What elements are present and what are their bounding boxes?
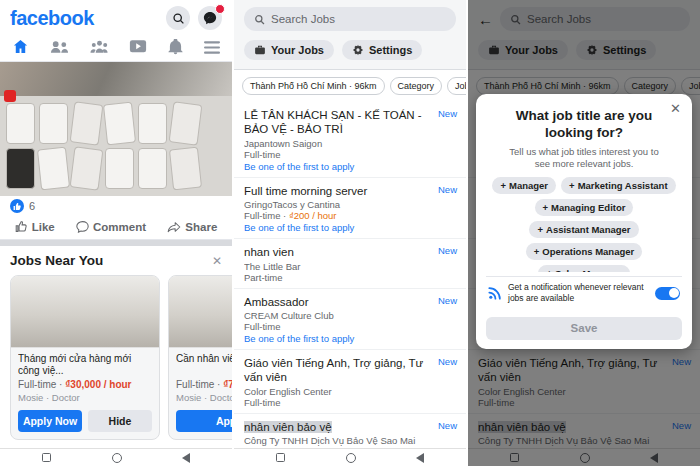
settings-button[interactable]: Settings <box>342 40 422 60</box>
job-card-company: Mosie · Doctor <box>176 392 232 403</box>
modal-subtitle: Tell us what job titles interest you to … <box>486 142 682 171</box>
messenger-button[interactable] <box>198 6 222 30</box>
jobs-near-you-section: Jobs Near You ✕ Tháng mới cửa hàng mới c… <box>0 246 232 466</box>
job-title-chip-label: Operations Manager <box>542 246 634 257</box>
search-jobs-input[interactable]: Search Jobs <box>244 7 456 31</box>
like-label: Like <box>32 221 55 233</box>
job-meta: Full-time <box>244 321 432 332</box>
tab-menu[interactable] <box>204 40 220 58</box>
friends-icon <box>50 39 69 55</box>
job-card[interactable]: Cần nhân viên b... Full-time · ₫7,000,0.… <box>168 275 232 440</box>
job-title-chip[interactable]: +Managing Editor <box>535 199 634 216</box>
tab-watch[interactable] <box>129 39 147 58</box>
filter-chip[interactable]: Job Type <box>447 77 466 95</box>
back-button[interactable] <box>182 453 190 463</box>
suggested-job-titles: +Manager +Marketing Assistant +Managing … <box>486 177 682 272</box>
job-title: Giáo viên Tiếng Anh, Trợ giảng, Tư vấn v… <box>244 356 432 385</box>
phone-photo <box>6 148 35 189</box>
phone-photo <box>138 148 167 189</box>
job-title-chip[interactable]: +Manager <box>492 177 556 194</box>
jobs-search-screen: Search Jobs Your Jobs Settings Thành Phố… <box>234 0 466 466</box>
red-sticker <box>4 90 16 102</box>
post-photo-collage[interactable] <box>0 96 232 196</box>
filter-chip[interactable]: Category <box>390 77 443 95</box>
job-company: CREAM Culture Club <box>244 310 432 321</box>
save-button[interactable]: Save <box>486 317 682 340</box>
job-card-company: Mosie · Doctor <box>18 392 152 403</box>
android-navbar <box>234 448 466 466</box>
groups-icon <box>90 39 109 55</box>
job-meta: Full-time <box>244 149 432 160</box>
search-icon <box>172 12 185 25</box>
filter-chip-label: Category <box>398 81 435 91</box>
phone-photo <box>169 101 203 145</box>
close-icon[interactable]: ✕ <box>212 254 222 268</box>
home-button[interactable] <box>346 453 356 463</box>
post-photo[interactable] <box>0 62 232 96</box>
notification-row: Get a notification whenever relevant job… <box>486 276 682 309</box>
apply-now-button[interactable]: Apply Now <box>176 410 232 432</box>
nav-tabs <box>0 36 232 62</box>
search-placeholder: Search Jobs <box>271 13 335 25</box>
job-card-title: Cần nhân viên b... <box>176 353 232 377</box>
home-button[interactable] <box>112 453 122 463</box>
tab-notifications[interactable] <box>168 39 183 59</box>
job-listing[interactable]: New LỄ TÂN KHÁCH SẠN - KẾ TOÁN - BẢO VỆ … <box>234 102 466 178</box>
search-button[interactable] <box>166 6 190 30</box>
messenger-badge <box>215 4 225 14</box>
your-jobs-button[interactable]: Your Jobs <box>244 40 334 60</box>
briefcase-icon <box>254 44 266 56</box>
job-card-salary-line: Full-time · ₫7,000,0... <box>176 379 232 390</box>
job-title-chip[interactable]: +Operations Manager <box>526 243 642 260</box>
job-title: nhan vien <box>244 245 432 259</box>
job-listing[interactable]: New Giáo viên Tiếng Anh, Trợ giảng, Tư v… <box>234 350 466 414</box>
phone-photo <box>105 148 134 189</box>
gear-icon <box>352 44 364 56</box>
apply-now-button[interactable]: Apply Now <box>18 410 82 432</box>
like-count: 6 <box>29 200 35 212</box>
back-button[interactable] <box>416 453 424 463</box>
job-title-chip[interactable]: +Marketing Assistant <box>561 177 675 194</box>
like-button[interactable]: Like <box>15 220 55 233</box>
job-card[interactable]: Tháng mới cửa hàng mới công việ... Full-… <box>10 275 160 440</box>
job-card-meta: Full-time · <box>176 379 223 390</box>
share-button[interactable]: Share <box>167 220 217 233</box>
job-title: nhân viên bảo vệ <box>244 420 432 434</box>
job-card-image <box>169 276 232 348</box>
job-title-chip[interactable]: +Sales Manager <box>538 265 629 272</box>
recents-button[interactable] <box>42 453 51 462</box>
job-card-salary: ₫30,000 / hour <box>65 379 131 390</box>
hide-button[interactable]: Hide <box>88 410 152 432</box>
like-reaction-icon <box>10 199 24 213</box>
new-badge: New <box>438 420 457 431</box>
plus-icon: + <box>543 202 549 213</box>
job-company: Công Ty TNHH Dịch Vụ Bảo Vệ Sao Mai <box>244 435 432 446</box>
job-company: Color English Center <box>244 386 432 397</box>
tab-groups[interactable] <box>90 39 109 59</box>
notification-text: Get a notification whenever relevant job… <box>508 282 649 304</box>
job-cards-carousel: Tháng mới cửa hàng mới công việ... Full-… <box>0 275 232 440</box>
job-listing[interactable]: New nhan vien The Little Bar Part-time <box>234 239 466 288</box>
jobs-near-you-title: Jobs Near You <box>10 253 103 268</box>
new-badge: New <box>438 245 457 256</box>
close-icon[interactable]: ✕ <box>670 101 681 116</box>
job-company: Japantown Saigon <box>244 138 432 149</box>
phone-photo <box>6 103 35 144</box>
recents-button[interactable] <box>276 453 285 462</box>
reactions-row[interactable]: 6 <box>0 196 232 216</box>
tab-home[interactable] <box>12 38 29 59</box>
job-title-chip-label: Managing Editor <box>551 202 625 213</box>
job-listing[interactable]: New Ambassador CREAM Culture Club Full-t… <box>234 289 466 350</box>
tab-friends[interactable] <box>50 39 69 59</box>
job-listing[interactable]: New Full time morning server GringoTacos… <box>234 178 466 239</box>
jobs-header: Search Jobs <box>234 0 466 36</box>
job-card-salary: ₫7,000,0... <box>223 379 232 390</box>
filter-chip[interactable]: Thành Phố Hồ Chí Minh · 96km <box>242 77 385 95</box>
plus-icon: + <box>500 180 506 191</box>
notification-toggle[interactable] <box>655 287 680 300</box>
job-card-title: Tháng mới cửa hàng mới công việ... <box>18 353 152 377</box>
job-title-chip-label: Sales Manager <box>555 268 622 272</box>
job-title-chip[interactable]: +Assistant Manager <box>529 221 638 238</box>
first-to-apply-note: Be one of the first to apply <box>244 161 432 172</box>
comment-button[interactable]: Comment <box>76 220 146 233</box>
